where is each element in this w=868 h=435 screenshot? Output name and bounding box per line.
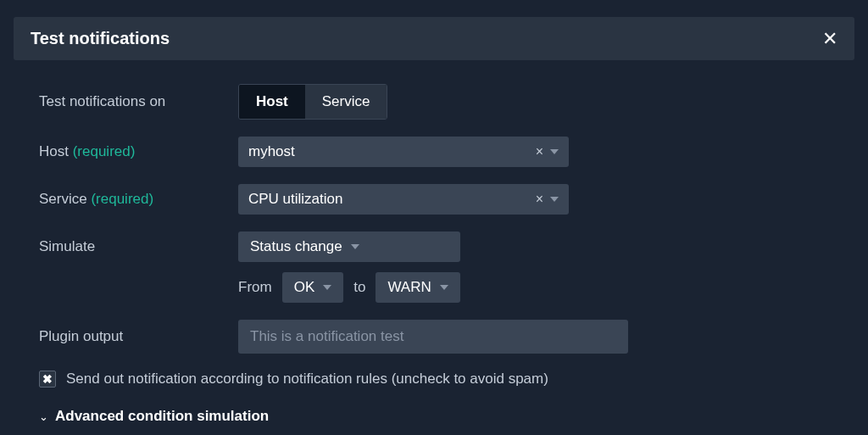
label-host-text: Host — [39, 143, 73, 159]
dialog-title: Test notifications — [31, 29, 170, 48]
from-status-select[interactable]: OK — [282, 272, 344, 303]
label-host: Host (required) — [39, 143, 238, 160]
host-clear-icon[interactable]: × — [536, 144, 543, 159]
advanced-label: Advanced condition simulation — [55, 408, 269, 425]
chevron-down-icon — [323, 285, 331, 290]
simulate-mode-select[interactable]: Status change — [238, 231, 460, 262]
send-notification-checkbox[interactable]: ✖ — [39, 371, 56, 388]
simulate-mode-value: Status change — [250, 238, 342, 255]
tab-group-test-on: Host Service — [238, 84, 387, 120]
host-value: myhost — [248, 143, 536, 160]
chevron-down-icon — [351, 244, 359, 249]
row-service: Service (required) CPU utilization × — [39, 184, 829, 215]
advanced-expander[interactable]: ⌄ Advanced condition simulation — [39, 408, 269, 425]
service-combobox[interactable]: CPU utilization × — [238, 184, 569, 215]
row-simulate: Simulate Status change From OK to WARN — [39, 231, 829, 303]
label-plugin-output: Plugin output — [39, 328, 238, 345]
chevron-down-icon — [550, 197, 559, 202]
close-icon[interactable]: ✕ — [822, 30, 837, 48]
label-simulate: Simulate — [39, 231, 238, 255]
service-clear-icon[interactable]: × — [536, 192, 543, 207]
row-plugin-output: Plugin output — [39, 320, 829, 354]
label-test-on: Test notifications on — [39, 93, 238, 110]
label-service-text: Service — [39, 191, 91, 207]
send-notification-label: Send out notification according to notif… — [66, 371, 548, 388]
tab-service[interactable]: Service — [305, 85, 387, 119]
dialog-body: Test notifications on Host Service Host … — [14, 60, 854, 433]
host-combobox[interactable]: myhost × — [238, 137, 569, 167]
plugin-output-input[interactable] — [238, 320, 628, 354]
row-send-notification: ✖ Send out notification according to not… — [39, 371, 829, 388]
row-host: Host (required) myhost × — [39, 137, 829, 167]
dialog-header: Test notifications ✕ — [14, 17, 854, 60]
tab-host[interactable]: Host — [239, 85, 305, 119]
simulate-from-to-row: From OK to WARN — [238, 272, 460, 303]
to-label: to — [353, 279, 365, 296]
label-service-required: (required) — [91, 191, 153, 207]
label-service: Service (required) — [39, 191, 238, 208]
from-status-value: OK — [294, 279, 315, 296]
to-status-select[interactable]: WARN — [376, 272, 459, 303]
row-test-on: Test notifications on Host Service — [39, 84, 829, 120]
simulate-group: Status change From OK to WARN — [238, 231, 460, 303]
service-value: CPU utilization — [248, 191, 536, 208]
from-label: From — [238, 279, 272, 296]
chevron-down-icon — [550, 149, 559, 154]
chevron-down-icon: ⌄ — [39, 410, 48, 423]
to-status-value: WARN — [387, 279, 431, 296]
test-notifications-dialog: Test notifications ✕ Test notifications … — [14, 17, 854, 433]
chevron-down-icon — [440, 285, 448, 290]
label-host-required: (required) — [73, 143, 136, 159]
